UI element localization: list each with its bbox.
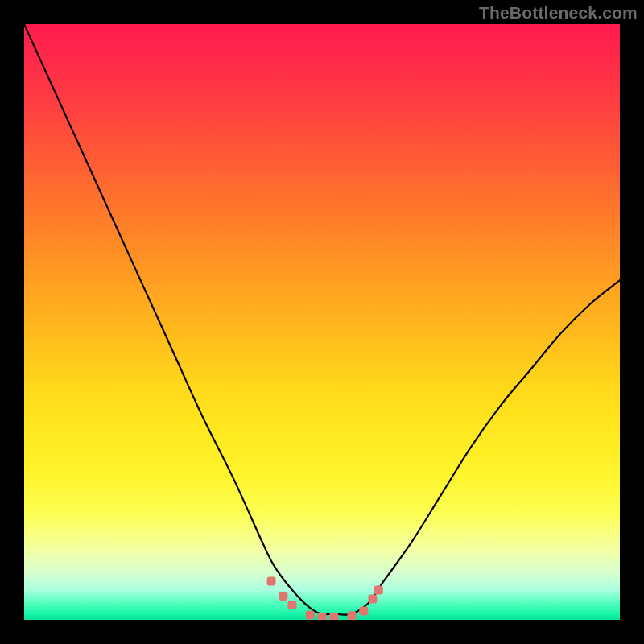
near-zero-marker [267, 576, 276, 585]
bottleneck-curve-line [24, 24, 620, 615]
near-zero-marker-group [267, 576, 383, 620]
chart-stage: TheBottleneck.com [0, 0, 644, 644]
near-zero-marker [368, 595, 377, 604]
near-zero-marker [359, 606, 368, 615]
plot-area [24, 24, 620, 620]
curve-layer [24, 24, 620, 620]
watermark-text: TheBottleneck.com [479, 3, 638, 23]
near-zero-marker [306, 611, 315, 620]
near-zero-marker [329, 613, 338, 620]
near-zero-marker [288, 601, 297, 609]
near-zero-marker [348, 611, 357, 620]
near-zero-marker [374, 586, 383, 595]
near-zero-marker [279, 592, 287, 601]
near-zero-marker [318, 613, 327, 620]
